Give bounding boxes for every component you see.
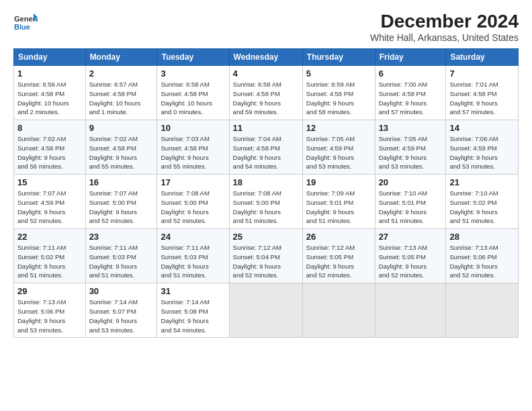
day-number: 7	[449, 68, 515, 79]
calendar-table: SundayMondayTuesdayWednesdayThursdayFrid…	[13, 48, 519, 338]
day-number: 12	[306, 123, 371, 133]
day-number: 3	[161, 68, 225, 79]
column-header-friday: Friday	[375, 49, 446, 66]
day-info: Sunrise: 7:08 AMSunset: 5:00 PMDaylight:…	[233, 189, 299, 226]
calendar-cell: 13Sunrise: 7:05 AMSunset: 4:59 PMDayligh…	[375, 120, 446, 175]
calendar-cell: 4Sunrise: 6:58 AMSunset: 4:58 PMDaylight…	[229, 66, 302, 120]
column-header-saturday: Saturday	[446, 49, 519, 66]
column-header-sunday: Sunday	[14, 49, 86, 66]
day-number: 4	[233, 68, 299, 79]
week-row-5: 29Sunrise: 7:13 AMSunset: 5:06 PMDayligh…	[14, 283, 519, 338]
day-number: 17	[161, 177, 225, 187]
day-info: Sunrise: 7:12 AMSunset: 5:04 PMDaylight:…	[233, 243, 299, 280]
calendar-cell: 11Sunrise: 7:04 AMSunset: 4:58 PMDayligh…	[229, 120, 302, 175]
day-info: Sunrise: 7:12 AMSunset: 5:05 PMDaylight:…	[306, 243, 371, 280]
calendar-cell: 24Sunrise: 7:11 AMSunset: 5:03 PMDayligh…	[157, 229, 229, 283]
day-number: 16	[89, 177, 154, 187]
day-number: 8	[17, 123, 82, 133]
day-number: 15	[17, 177, 82, 187]
calendar-cell: 3Sunrise: 6:58 AMSunset: 4:58 PMDaylight…	[157, 66, 229, 120]
calendar-cell: 20Sunrise: 7:10 AMSunset: 5:01 PMDayligh…	[375, 175, 446, 229]
day-number: 29	[17, 286, 82, 296]
day-info: Sunrise: 7:06 AMSunset: 4:59 PMDaylight:…	[449, 134, 515, 171]
calendar-cell: 14Sunrise: 7:06 AMSunset: 4:59 PMDayligh…	[446, 120, 519, 175]
calendar-cell: 17Sunrise: 7:08 AMSunset: 5:00 PMDayligh…	[157, 175, 229, 229]
week-row-4: 22Sunrise: 7:11 AMSunset: 5:02 PMDayligh…	[14, 229, 519, 283]
calendar-cell: 23Sunrise: 7:11 AMSunset: 5:03 PMDayligh…	[85, 229, 157, 283]
day-number: 24	[161, 232, 225, 242]
day-number: 5	[306, 68, 371, 79]
day-number: 18	[233, 177, 299, 187]
day-number: 27	[379, 232, 443, 242]
title-block: December 2024 White Hall, Arkansas, Unit…	[370, 11, 519, 43]
day-info: Sunrise: 7:04 AMSunset: 4:58 PMDaylight:…	[233, 134, 299, 171]
day-number: 25	[233, 232, 299, 242]
calendar-cell	[446, 283, 519, 338]
day-info: Sunrise: 6:57 AMSunset: 4:58 PMDaylight:…	[89, 80, 154, 117]
week-row-2: 8Sunrise: 7:02 AMSunset: 4:58 PMDaylight…	[14, 120, 519, 175]
day-number: 30	[89, 286, 154, 296]
day-info: Sunrise: 7:13 AMSunset: 5:06 PMDaylight:…	[449, 243, 515, 280]
day-info: Sunrise: 7:09 AMSunset: 5:01 PMDaylight:…	[306, 189, 371, 226]
calendar-cell: 9Sunrise: 7:02 AMSunset: 4:58 PMDaylight…	[85, 120, 157, 175]
calendar-cell: 30Sunrise: 7:14 AMSunset: 5:07 PMDayligh…	[85, 283, 157, 338]
day-info: Sunrise: 7:11 AMSunset: 5:02 PMDaylight:…	[17, 243, 82, 280]
calendar-cell	[302, 283, 375, 338]
calendar-cell: 29Sunrise: 7:13 AMSunset: 5:06 PMDayligh…	[14, 283, 86, 338]
calendar-cell: 5Sunrise: 6:59 AMSunset: 4:58 PMDaylight…	[302, 66, 375, 120]
calendar-cell: 26Sunrise: 7:12 AMSunset: 5:05 PMDayligh…	[302, 229, 375, 283]
day-info: Sunrise: 7:05 AMSunset: 4:59 PMDaylight:…	[379, 134, 443, 171]
calendar-cell: 10Sunrise: 7:03 AMSunset: 4:58 PMDayligh…	[157, 120, 229, 175]
week-row-1: 1Sunrise: 6:56 AMSunset: 4:58 PMDaylight…	[14, 66, 519, 120]
calendar-cell	[375, 283, 446, 338]
column-header-thursday: Thursday	[302, 49, 375, 66]
calendar-cell: 16Sunrise: 7:07 AMSunset: 5:00 PMDayligh…	[85, 175, 157, 229]
day-info: Sunrise: 7:14 AMSunset: 5:08 PMDaylight:…	[161, 298, 225, 334]
day-info: Sunrise: 7:02 AMSunset: 4:58 PMDaylight:…	[17, 134, 82, 171]
column-header-monday: Monday	[85, 49, 157, 66]
calendar-cell: 31Sunrise: 7:14 AMSunset: 5:08 PMDayligh…	[157, 283, 229, 338]
day-number: 20	[379, 177, 443, 187]
column-header-wednesday: Wednesday	[229, 49, 302, 66]
day-info: Sunrise: 6:59 AMSunset: 4:58 PMDaylight:…	[306, 80, 371, 117]
day-info: Sunrise: 7:07 AMSunset: 4:59 PMDaylight:…	[17, 189, 82, 226]
day-number: 6	[379, 68, 443, 79]
calendar-cell: 22Sunrise: 7:11 AMSunset: 5:02 PMDayligh…	[14, 229, 86, 283]
day-info: Sunrise: 7:13 AMSunset: 5:05 PMDaylight:…	[379, 243, 443, 280]
day-info: Sunrise: 7:10 AMSunset: 5:02 PMDaylight:…	[449, 189, 515, 226]
day-number: 14	[449, 123, 515, 133]
day-number: 11	[233, 123, 299, 133]
day-info: Sunrise: 7:05 AMSunset: 4:59 PMDaylight:…	[306, 134, 371, 171]
calendar-cell: 8Sunrise: 7:02 AMSunset: 4:58 PMDaylight…	[14, 120, 86, 175]
day-number: 22	[17, 232, 82, 242]
calendar-cell: 2Sunrise: 6:57 AMSunset: 4:58 PMDaylight…	[85, 66, 157, 120]
header: General Blue December 2024 White Hall, A…	[13, 11, 519, 43]
day-number: 21	[449, 177, 515, 187]
day-number: 9	[89, 123, 154, 133]
calendar-cell: 25Sunrise: 7:12 AMSunset: 5:04 PMDayligh…	[229, 229, 302, 283]
calendar-page: General Blue December 2024 White Hall, A…	[0, 0, 532, 411]
svg-text:Blue: Blue	[14, 23, 30, 31]
calendar-cell: 19Sunrise: 7:09 AMSunset: 5:01 PMDayligh…	[302, 175, 375, 229]
day-number: 2	[89, 68, 154, 79]
day-number: 23	[89, 232, 154, 242]
logo-icon: General Blue	[13, 11, 38, 35]
calendar-cell: 12Sunrise: 7:05 AMSunset: 4:59 PMDayligh…	[302, 120, 375, 175]
day-info: Sunrise: 6:56 AMSunset: 4:58 PMDaylight:…	[17, 80, 82, 117]
day-number: 26	[306, 232, 371, 242]
calendar-cell: 1Sunrise: 6:56 AMSunset: 4:58 PMDaylight…	[14, 66, 86, 120]
calendar-cell: 6Sunrise: 7:00 AMSunset: 4:58 PMDaylight…	[375, 66, 446, 120]
day-info: Sunrise: 7:03 AMSunset: 4:58 PMDaylight:…	[161, 134, 225, 171]
calendar-cell: 15Sunrise: 7:07 AMSunset: 4:59 PMDayligh…	[14, 175, 86, 229]
calendar-cell: 21Sunrise: 7:10 AMSunset: 5:02 PMDayligh…	[446, 175, 519, 229]
day-info: Sunrise: 7:10 AMSunset: 5:01 PMDaylight:…	[379, 189, 443, 226]
logo: General Blue	[13, 11, 38, 35]
calendar-cell: 7Sunrise: 7:01 AMSunset: 4:58 PMDaylight…	[446, 66, 519, 120]
calendar-title: December 2024	[370, 11, 519, 32]
day-info: Sunrise: 7:11 AMSunset: 5:03 PMDaylight:…	[89, 243, 154, 280]
calendar-cell	[229, 283, 302, 338]
day-info: Sunrise: 7:07 AMSunset: 5:00 PMDaylight:…	[89, 189, 154, 226]
column-header-tuesday: Tuesday	[157, 49, 229, 66]
calendar-cell: 18Sunrise: 7:08 AMSunset: 5:00 PMDayligh…	[229, 175, 302, 229]
day-info: Sunrise: 7:08 AMSunset: 5:00 PMDaylight:…	[161, 189, 225, 226]
